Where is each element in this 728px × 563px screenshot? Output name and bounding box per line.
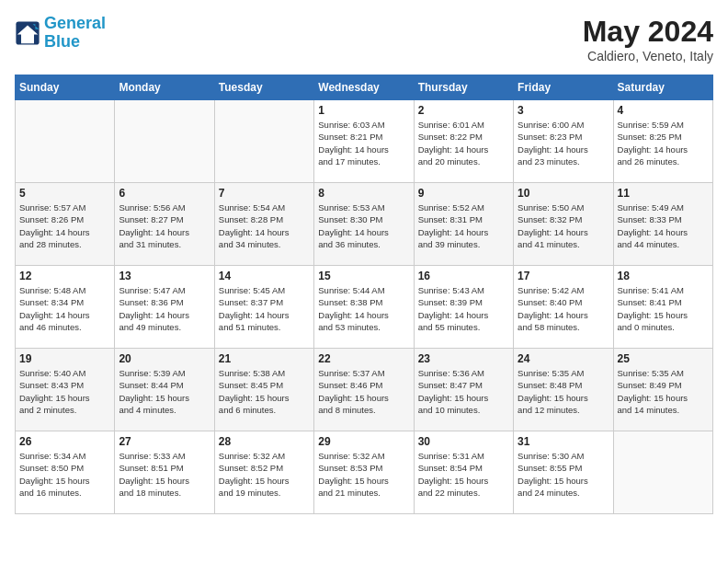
calendar-cell: 19Sunrise: 5:40 AM Sunset: 8:43 PM Dayli… xyxy=(16,349,115,431)
calendar-cell: 16Sunrise: 5:43 AM Sunset: 8:39 PM Dayli… xyxy=(414,266,513,349)
day-number: 11 xyxy=(618,187,709,200)
day-number: 29 xyxy=(318,435,409,448)
calendar-cell xyxy=(214,100,313,183)
calendar-cell: 29Sunrise: 5:32 AM Sunset: 8:53 PM Dayli… xyxy=(314,431,414,514)
calendar-cell: 6Sunrise: 5:56 AM Sunset: 8:27 PM Daylig… xyxy=(115,183,214,266)
day-number: 23 xyxy=(418,352,509,365)
day-info: Sunrise: 6:01 AM Sunset: 8:22 PM Dayligh… xyxy=(418,119,509,167)
day-number: 6 xyxy=(119,187,210,200)
day-info: Sunrise: 6:03 AM Sunset: 8:21 PM Dayligh… xyxy=(318,119,409,167)
day-number: 26 xyxy=(19,435,110,448)
day-number: 2 xyxy=(418,104,509,117)
weekday-header: Wednesday xyxy=(314,75,414,100)
day-number: 8 xyxy=(318,187,409,200)
day-info: Sunrise: 5:31 AM Sunset: 8:54 PM Dayligh… xyxy=(418,450,509,499)
day-info: Sunrise: 5:50 AM Sunset: 8:32 PM Dayligh… xyxy=(518,201,609,250)
calendar-week-row: 26Sunrise: 5:34 AM Sunset: 8:50 PM Dayli… xyxy=(16,431,713,514)
logo-text: General Blue xyxy=(44,15,106,52)
day-number: 1 xyxy=(318,104,409,117)
calendar-cell: 3Sunrise: 6:00 AM Sunset: 8:23 PM Daylig… xyxy=(514,100,613,183)
calendar-cell: 28Sunrise: 5:32 AM Sunset: 8:52 PM Dayli… xyxy=(214,431,313,514)
day-number: 3 xyxy=(518,104,609,117)
calendar-week-row: 19Sunrise: 5:40 AM Sunset: 8:43 PM Dayli… xyxy=(16,349,713,431)
calendar-cell: 5Sunrise: 5:57 AM Sunset: 8:26 PM Daylig… xyxy=(16,183,115,266)
calendar-week-row: 1Sunrise: 6:03 AM Sunset: 8:21 PM Daylig… xyxy=(16,100,713,183)
day-number: 12 xyxy=(19,270,110,282)
day-number: 7 xyxy=(219,187,310,200)
calendar-cell xyxy=(16,100,115,183)
calendar-cell: 4Sunrise: 5:59 AM Sunset: 8:25 PM Daylig… xyxy=(613,100,712,183)
weekday-header: Friday xyxy=(514,75,613,100)
day-info: Sunrise: 5:33 AM Sunset: 8:51 PM Dayligh… xyxy=(119,450,210,499)
day-info: Sunrise: 5:30 AM Sunset: 8:55 PM Dayligh… xyxy=(518,450,609,499)
day-info: Sunrise: 5:57 AM Sunset: 8:26 PM Dayligh… xyxy=(19,201,110,250)
day-info: Sunrise: 5:36 AM Sunset: 8:47 PM Dayligh… xyxy=(418,367,509,416)
calendar-cell: 14Sunrise: 5:45 AM Sunset: 8:37 PM Dayli… xyxy=(214,266,313,349)
calendar-cell: 13Sunrise: 5:47 AM Sunset: 8:36 PM Dayli… xyxy=(115,266,214,349)
calendar-cell: 27Sunrise: 5:33 AM Sunset: 8:51 PM Dayli… xyxy=(115,431,214,514)
day-number: 21 xyxy=(219,352,310,365)
weekday-header: Tuesday xyxy=(214,75,313,100)
day-number: 10 xyxy=(518,187,609,200)
day-info: Sunrise: 5:45 AM Sunset: 8:37 PM Dayligh… xyxy=(219,284,310,333)
day-number: 15 xyxy=(318,270,409,282)
day-number: 9 xyxy=(418,187,509,200)
day-number: 22 xyxy=(318,352,409,365)
day-info: Sunrise: 5:47 AM Sunset: 8:36 PM Dayligh… xyxy=(119,284,210,333)
calendar-cell xyxy=(613,431,712,514)
day-info: Sunrise: 5:35 AM Sunset: 8:49 PM Dayligh… xyxy=(618,367,709,416)
calendar-table: SundayMondayTuesdayWednesdayThursdayFrid… xyxy=(15,75,713,514)
month-title: May 2024 xyxy=(583,15,713,49)
day-number: 18 xyxy=(618,270,709,282)
calendar-week-row: 5Sunrise: 5:57 AM Sunset: 8:26 PM Daylig… xyxy=(16,183,713,266)
calendar-cell: 11Sunrise: 5:49 AM Sunset: 8:33 PM Dayli… xyxy=(613,183,712,266)
calendar-cell: 9Sunrise: 5:52 AM Sunset: 8:31 PM Daylig… xyxy=(414,183,513,266)
day-info: Sunrise: 5:59 AM Sunset: 8:25 PM Dayligh… xyxy=(618,119,709,167)
weekday-header: Thursday xyxy=(414,75,513,100)
calendar-cell: 22Sunrise: 5:37 AM Sunset: 8:46 PM Dayli… xyxy=(314,349,414,431)
day-info: Sunrise: 5:42 AM Sunset: 8:40 PM Dayligh… xyxy=(518,284,609,333)
calendar-cell: 31Sunrise: 5:30 AM Sunset: 8:55 PM Dayli… xyxy=(514,431,613,514)
weekday-header: Sunday xyxy=(16,75,115,100)
day-number: 4 xyxy=(618,104,709,117)
day-number: 17 xyxy=(518,270,609,282)
calendar-cell: 30Sunrise: 5:31 AM Sunset: 8:54 PM Dayli… xyxy=(414,431,513,514)
day-info: Sunrise: 5:39 AM Sunset: 8:44 PM Dayligh… xyxy=(119,367,210,416)
day-info: Sunrise: 5:44 AM Sunset: 8:38 PM Dayligh… xyxy=(318,284,409,333)
day-number: 27 xyxy=(119,435,210,448)
day-number: 28 xyxy=(219,435,310,448)
day-number: 24 xyxy=(518,352,609,365)
day-info: Sunrise: 5:41 AM Sunset: 8:41 PM Dayligh… xyxy=(618,284,709,333)
day-number: 30 xyxy=(418,435,509,448)
day-info: Sunrise: 5:40 AM Sunset: 8:43 PM Dayligh… xyxy=(19,367,110,416)
calendar-cell: 12Sunrise: 5:48 AM Sunset: 8:34 PM Dayli… xyxy=(16,266,115,349)
day-info: Sunrise: 5:52 AM Sunset: 8:31 PM Dayligh… xyxy=(418,201,509,250)
day-info: Sunrise: 5:49 AM Sunset: 8:33 PM Dayligh… xyxy=(618,201,709,250)
day-number: 19 xyxy=(19,352,110,365)
calendar-cell xyxy=(115,100,214,183)
calendar-cell: 7Sunrise: 5:54 AM Sunset: 8:28 PM Daylig… xyxy=(214,183,313,266)
logo-icon xyxy=(15,20,40,46)
calendar-cell: 17Sunrise: 5:42 AM Sunset: 8:40 PM Dayli… xyxy=(514,266,613,349)
calendar-cell: 23Sunrise: 5:36 AM Sunset: 8:47 PM Dayli… xyxy=(414,349,513,431)
day-info: Sunrise: 5:54 AM Sunset: 8:28 PM Dayligh… xyxy=(219,201,310,250)
calendar-cell: 25Sunrise: 5:35 AM Sunset: 8:49 PM Dayli… xyxy=(613,349,712,431)
day-number: 5 xyxy=(19,187,110,200)
title-block: May 2024 Caldiero, Veneto, Italy xyxy=(583,15,713,63)
weekday-header: Monday xyxy=(115,75,214,100)
day-number: 16 xyxy=(418,270,509,282)
page-header: General Blue May 2024 Caldiero, Veneto, … xyxy=(15,15,713,63)
day-info: Sunrise: 5:32 AM Sunset: 8:53 PM Dayligh… xyxy=(318,450,409,499)
calendar-cell: 20Sunrise: 5:39 AM Sunset: 8:44 PM Dayli… xyxy=(115,349,214,431)
day-info: Sunrise: 5:53 AM Sunset: 8:30 PM Dayligh… xyxy=(318,201,409,250)
location: Caldiero, Veneto, Italy xyxy=(583,49,713,63)
day-info: Sunrise: 6:00 AM Sunset: 8:23 PM Dayligh… xyxy=(518,119,609,167)
calendar-cell: 26Sunrise: 5:34 AM Sunset: 8:50 PM Dayli… xyxy=(16,431,115,514)
calendar-cell: 10Sunrise: 5:50 AM Sunset: 8:32 PM Dayli… xyxy=(514,183,613,266)
day-number: 31 xyxy=(518,435,609,448)
calendar-cell: 15Sunrise: 5:44 AM Sunset: 8:38 PM Dayli… xyxy=(314,266,414,349)
day-info: Sunrise: 5:35 AM Sunset: 8:48 PM Dayligh… xyxy=(518,367,609,416)
day-info: Sunrise: 5:38 AM Sunset: 8:45 PM Dayligh… xyxy=(219,367,310,416)
calendar-cell: 18Sunrise: 5:41 AM Sunset: 8:41 PM Dayli… xyxy=(613,266,712,349)
day-info: Sunrise: 5:56 AM Sunset: 8:27 PM Dayligh… xyxy=(119,201,210,250)
